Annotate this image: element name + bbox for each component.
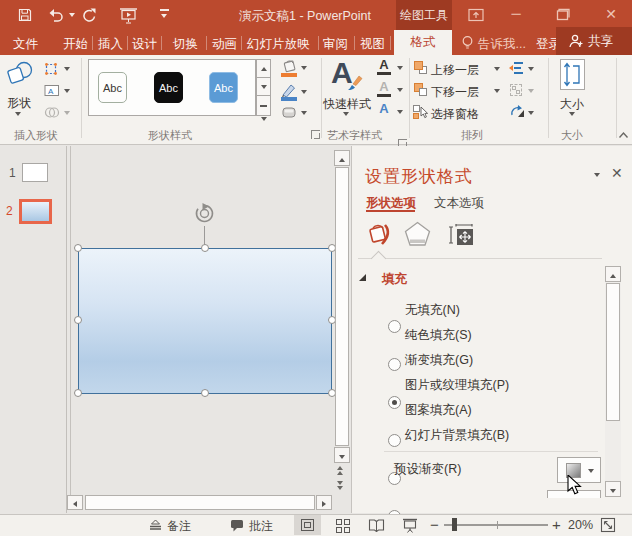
zoom-slider-track[interactable] — [444, 524, 548, 526]
radio-picture-fill-label[interactable]: 图片或纹理填充(P) — [405, 377, 509, 394]
rotate-arrow[interactable] — [528, 111, 534, 115]
shape-styles-dialog-launcher[interactable] — [311, 130, 320, 139]
align-icon[interactable] — [509, 61, 524, 75]
text-outline-icon[interactable]: A — [377, 81, 391, 97]
merge-shapes-icon[interactable] — [44, 106, 60, 119]
text-outline-arrow[interactable] — [397, 88, 403, 92]
quick-styles-button[interactable]: 快速样式 — [323, 96, 371, 113]
pane-scroll-up[interactable] — [605, 266, 621, 282]
resize-handle-top-left[interactable] — [74, 244, 82, 252]
radio-picture-fill[interactable] — [388, 434, 401, 447]
tab-transitions[interactable]: 切换 — [173, 36, 198, 53]
ribbon-display-options-icon[interactable] — [468, 8, 484, 22]
shape-fill-arrow[interactable] — [301, 66, 307, 70]
canvas-vscroll-thumb[interactable] — [335, 167, 349, 446]
tab-design[interactable]: 设计 — [132, 36, 157, 53]
canvas-scroll-left[interactable] — [67, 495, 83, 510]
tab-review[interactable]: 审阅 — [323, 36, 348, 53]
collapse-ribbon-icon[interactable] — [618, 131, 629, 139]
resize-handle-bottom-middle[interactable] — [201, 389, 209, 397]
zoom-out-button[interactable]: − — [430, 516, 439, 533]
gallery-scroll-up[interactable] — [256, 59, 271, 78]
text-fill-arrow[interactable] — [397, 66, 403, 70]
edit-shape-icon[interactable] — [44, 62, 59, 76]
radio-solid-fill-label[interactable]: 纯色填充(S) — [405, 327, 472, 344]
edit-shape-arrow[interactable] — [64, 67, 70, 71]
rotation-handle-icon[interactable] — [193, 202, 216, 225]
merge-shapes-arrow[interactable] — [64, 111, 70, 115]
maximize-icon[interactable] — [556, 8, 570, 21]
shape-style-3[interactable]: Abc — [209, 72, 238, 103]
save-icon[interactable] — [17, 7, 33, 23]
resize-handle-top-middle[interactable] — [201, 244, 209, 252]
previous-slide-button[interactable] — [337, 466, 343, 475]
next-slide-button[interactable] — [337, 481, 343, 490]
tab-insert[interactable]: 插入 — [98, 36, 123, 53]
shape-outline-arrow[interactable] — [301, 90, 307, 94]
text-fill-icon[interactable]: A — [377, 59, 391, 75]
redo-icon[interactable] — [81, 7, 98, 24]
undo-icon[interactable] — [47, 8, 64, 23]
tab-format-active[interactable]: 格式 — [394, 30, 452, 55]
radio-no-fill[interactable] — [388, 320, 401, 333]
size-button[interactable]: 大小 — [560, 96, 584, 113]
fill-section-header[interactable]: 填充 — [382, 271, 407, 288]
bring-forward-button[interactable]: 上移一层 — [431, 62, 479, 79]
notes-button[interactable]: 备注 — [167, 518, 191, 535]
send-backward-arrow[interactable] — [494, 89, 500, 93]
send-backward-button[interactable]: 下移一层 — [431, 84, 479, 101]
fit-to-window-icon[interactable] — [600, 517, 616, 533]
fill-line-icon[interactable] — [366, 220, 394, 248]
shapes-button[interactable]: 形状 — [7, 95, 31, 112]
gallery-scroll-down[interactable] — [256, 77, 271, 96]
tab-home[interactable]: 开始 — [63, 36, 88, 53]
size-properties-icon[interactable] — [448, 223, 474, 246]
tab-animations[interactable]: 动画 — [212, 36, 237, 53]
minimize-icon[interactable]: ─ — [507, 7, 525, 23]
share-button[interactable]: 共享 — [556, 27, 632, 55]
zoom-level[interactable]: 20% — [568, 518, 593, 532]
fill-section-collapse-icon[interactable] — [359, 274, 366, 281]
selection-pane-button[interactable]: 选择窗格 — [431, 106, 479, 123]
reading-view-icon[interactable] — [368, 518, 385, 532]
text-box-arrow[interactable] — [64, 89, 70, 93]
pane-scroll-thumb[interactable] — [606, 283, 620, 421]
start-slideshow-icon[interactable] — [119, 7, 138, 24]
quick-styles-arrow[interactable] — [343, 112, 349, 116]
radio-no-fill-label[interactable]: 无填充(N) — [405, 302, 460, 319]
undo-dropdown-arrow[interactable] — [69, 13, 75, 17]
shape-style-2[interactable]: Abc — [154, 72, 183, 103]
canvas-scroll-up[interactable] — [334, 150, 350, 166]
tellme-box[interactable]: 告诉我... — [478, 36, 526, 53]
shape-effects-arrow[interactable] — [301, 111, 307, 115]
pane-scroll-down[interactable] — [605, 481, 621, 497]
align-arrow[interactable] — [528, 67, 534, 71]
pane-tab-text-options[interactable]: 文本选项 — [434, 195, 484, 212]
effects-pentagon-icon[interactable] — [404, 221, 431, 247]
radio-gradient-fill-label[interactable]: 渐变填充(G) — [405, 352, 473, 369]
slide-sorter-icon[interactable] — [336, 519, 350, 532]
comments-button[interactable]: 批注 — [249, 518, 273, 535]
radio-gradient-fill[interactable] — [388, 396, 401, 409]
bring-forward-arrow[interactable] — [494, 67, 500, 71]
slide-1-thumbnail[interactable] — [22, 163, 48, 182]
shape-effects-icon[interactable] — [281, 105, 298, 120]
rotate-icon[interactable] — [510, 105, 525, 119]
shape-fill-icon[interactable] — [281, 59, 298, 73]
customize-qat-icon[interactable] — [160, 9, 169, 11]
tab-view[interactable]: 视图 — [360, 36, 385, 53]
normal-view-button[interactable] — [294, 515, 321, 535]
radio-pattern-fill-label[interactable]: 图案填充(A) — [405, 402, 472, 419]
tab-file[interactable]: 文件 — [13, 36, 38, 53]
customize-qat-arrow[interactable] — [161, 14, 167, 18]
group-objects-arrow[interactable] — [528, 89, 534, 93]
size-arrow[interactable] — [569, 112, 575, 116]
group-objects-icon[interactable] — [509, 83, 524, 97]
shape-outline-icon[interactable] — [281, 83, 298, 97]
zoom-slider-thumb[interactable] — [452, 518, 457, 531]
slide-2-thumbnail-selected[interactable] — [19, 199, 52, 224]
slideshow-icon[interactable] — [402, 518, 418, 533]
gradient-rectangle-shape[interactable] — [78, 248, 332, 394]
pane-menu-arrow[interactable] — [594, 173, 600, 177]
resize-handle-middle-left[interactable] — [74, 316, 82, 324]
